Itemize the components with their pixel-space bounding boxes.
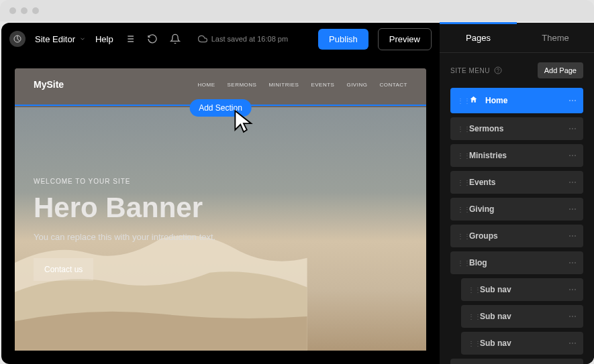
- bell-icon: [170, 34, 181, 44]
- drag-handle-icon[interactable]: ⋮⋮: [468, 340, 473, 347]
- compass-icon: [13, 35, 21, 43]
- notifications-button[interactable]: [168, 32, 182, 46]
- page-item-label: Sub nav: [480, 339, 562, 348]
- help-link[interactable]: Help: [95, 34, 113, 44]
- help-circle-icon[interactable]: [494, 66, 502, 74]
- site-nav: HOMESERMONSMINITRIESEVENTSGIVINGCONTACT: [197, 82, 407, 88]
- sidebar-header: SITE MENU Add Page: [440, 53, 594, 88]
- help-label: Help: [95, 34, 113, 44]
- site-nav-item[interactable]: SERMONS: [227, 82, 256, 88]
- svg-point-7: [495, 67, 501, 74]
- site-editor-label: Site Editor: [35, 34, 75, 44]
- page-item[interactable]: ⋮⋮Home⋯: [450, 88, 583, 113]
- preview-button[interactable]: Preview: [378, 28, 432, 50]
- more-options-icon[interactable]: ⋯: [568, 124, 577, 133]
- site-nav-item[interactable]: HOME: [197, 82, 215, 88]
- drag-handle-icon[interactable]: ⋮⋮: [457, 206, 462, 213]
- drag-handle-icon[interactable]: ⋮⋮: [457, 233, 462, 240]
- list-button[interactable]: [123, 32, 136, 46]
- page-item[interactable]: ⋮⋮Ministries⋯: [450, 144, 583, 167]
- site-editor-dropdown[interactable]: Site Editor: [35, 34, 86, 44]
- page-item[interactable]: ⋮⋮Groups⋯: [450, 225, 583, 247]
- page-item-label: Ministries: [469, 151, 562, 160]
- page-item[interactable]: ⋮⋮Events⋯: [450, 171, 583, 194]
- more-options-icon[interactable]: ⋯: [568, 204, 577, 214]
- drag-handle-icon[interactable]: ⋮⋮: [457, 179, 462, 186]
- cloud-icon: [198, 34, 207, 44]
- list-icon: [124, 34, 135, 44]
- drag-handle-icon[interactable]: ⋮⋮: [468, 286, 473, 294]
- svg-point-8: [498, 72, 499, 72]
- page-item[interactable]: ⋮⋮Sermons⋯: [450, 117, 583, 140]
- page-item[interactable]: ⋮⋮Sub nav⋯: [461, 278, 583, 301]
- window-control-dot: [9, 7, 16, 14]
- site-logo-text: MySite: [34, 79, 64, 90]
- undo-button[interactable]: [146, 32, 159, 46]
- site-nav-item[interactable]: CONTACT: [379, 82, 407, 88]
- more-options-icon[interactable]: ⋯: [568, 96, 577, 105]
- page-item-label: Sub nav: [480, 312, 562, 321]
- sidebar: Pages Theme SITE MENU Add Page ⋮⋮Home⋯⋮⋮…: [440, 23, 594, 364]
- topbar: Site Editor Help Last saved at 16:0: [1, 23, 440, 55]
- app-window: Site Editor Help Last saved at 16:0: [1, 23, 594, 364]
- drag-handle-icon[interactable]: ⋮⋮: [457, 125, 462, 133]
- browser-frame: Site Editor Help Last saved at 16:0: [0, 0, 594, 364]
- site-nav-item[interactable]: GIVING: [346, 82, 367, 88]
- site-nav-item[interactable]: EVENTS: [311, 82, 334, 88]
- app-logo[interactable]: [9, 31, 26, 47]
- more-options-icon[interactable]: ⋯: [568, 151, 577, 160]
- save-status-text: Last saved at 16:08 pm: [211, 35, 288, 43]
- page-item-label: Events: [469, 178, 562, 187]
- sidebar-tabs: Pages Theme: [440, 23, 594, 53]
- page-item[interactable]: ⋮⋮Contact⋯: [450, 359, 583, 364]
- save-status: Last saved at 16:08 pm: [198, 34, 288, 44]
- more-options-icon[interactable]: ⋯: [568, 258, 577, 267]
- page-item-label: Giving: [469, 204, 562, 214]
- page-item[interactable]: ⋮⋮Sub nav⋯: [461, 305, 583, 328]
- more-options-icon[interactable]: ⋯: [568, 339, 577, 348]
- site-canvas[interactable]: MySite HOMESERMONSMINITRIESEVENTSGIVINGC…: [15, 68, 426, 351]
- tab-theme[interactable]: Theme: [517, 23, 594, 52]
- site-header: MySite HOMESERMONSMINITRIESEVENTSGIVINGC…: [15, 68, 426, 101]
- cursor-pointer-icon: [231, 109, 256, 137]
- page-item[interactable]: ⋮⋮Blog⋯: [450, 251, 583, 274]
- home-icon: [469, 95, 479, 107]
- site-nav-item[interactable]: MINITRIES: [268, 82, 299, 88]
- window-control-dot: [21, 7, 28, 14]
- page-item-label: Home: [485, 96, 562, 105]
- browser-titlebar: [0, 0, 594, 21]
- undo-icon: [147, 34, 158, 44]
- more-options-icon[interactable]: ⋯: [568, 285, 577, 294]
- page-list: ⋮⋮Home⋯⋮⋮Sermons⋯⋮⋮Ministries⋯⋮⋮Events⋯⋮…: [440, 88, 594, 364]
- page-item[interactable]: ⋮⋮Sub nav⋯: [461, 332, 583, 355]
- drag-handle-icon[interactable]: ⋮⋮: [457, 259, 462, 267]
- hero-contact-button[interactable]: Contact us: [34, 258, 93, 281]
- canvas-wrapper: MySite HOMESERMONSMINITRIESEVENTSGIVINGC…: [1, 55, 440, 364]
- page-item-label: Sub nav: [480, 285, 562, 294]
- drag-handle-icon[interactable]: ⋮⋮: [457, 152, 462, 160]
- main-area: Site Editor Help Last saved at 16:0: [1, 23, 440, 364]
- hero-section: WELCOME TO YOUR SITE Hero Banner You can…: [15, 107, 426, 351]
- drag-handle-icon[interactable]: ⋮⋮: [457, 97, 462, 105]
- page-item-label: Sermons: [469, 124, 562, 133]
- publish-button[interactable]: Publish: [318, 29, 368, 50]
- window-control-dot: [32, 7, 39, 14]
- drag-handle-icon[interactable]: ⋮⋮: [468, 313, 473, 320]
- hero-subtitle: You can replace this with your introduct…: [34, 232, 407, 242]
- more-options-icon[interactable]: ⋯: [568, 231, 577, 241]
- hero-title: Hero Banner: [34, 192, 407, 224]
- page-item[interactable]: ⋮⋮Giving⋯: [450, 198, 583, 221]
- more-options-icon[interactable]: ⋯: [568, 178, 577, 187]
- tab-pages[interactable]: Pages: [440, 23, 517, 52]
- chevron-down-icon: [79, 36, 86, 42]
- page-item-label: Groups: [469, 231, 562, 241]
- add-page-button[interactable]: Add Page: [538, 62, 583, 78]
- page-item-label: Blog: [469, 258, 562, 267]
- hero-eyebrow: WELCOME TO YOUR SITE: [34, 178, 407, 185]
- more-options-icon[interactable]: ⋯: [568, 312, 577, 321]
- site-menu-label: SITE MENU: [450, 66, 502, 74]
